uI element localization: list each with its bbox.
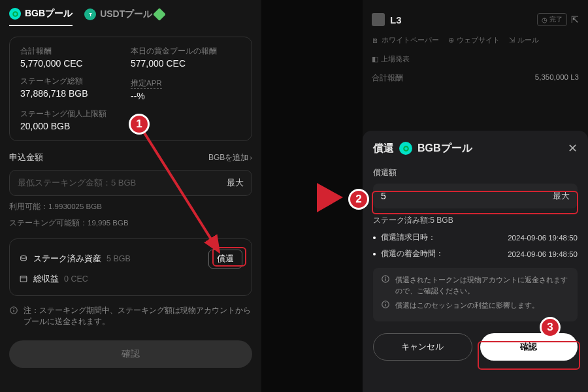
listing-link[interactable]: ◧上場発表 bbox=[372, 54, 410, 64]
apply-title: 申込金額 bbox=[9, 152, 43, 163]
bullet-icon bbox=[373, 253, 376, 255]
ru-stat-label: 合計報酬 bbox=[372, 73, 403, 83]
chevron-right-icon: › bbox=[250, 154, 252, 161]
stake-total-value: 37,886,718 BGB bbox=[20, 88, 131, 99]
svg-text:T: T bbox=[89, 12, 92, 18]
status-done-chip: ◷ 完了 bbox=[537, 13, 567, 26]
apr-value: --% bbox=[131, 91, 241, 101]
close-icon[interactable]: ✕ bbox=[568, 141, 578, 155]
calendar-icon bbox=[19, 274, 28, 284]
project-title: L3 bbox=[390, 14, 402, 25]
svg-point-9 bbox=[385, 276, 386, 278]
step-arrow-icon bbox=[314, 180, 346, 216]
redeem-amount-label: 償還額 bbox=[373, 167, 578, 178]
redeem-modal: 償還 BGBプール ✕ 償還額 5 最大 ステーク済み額:5 BGB 償還請求日… bbox=[363, 131, 588, 392]
total-earnings-label: 総収益 bbox=[33, 274, 59, 285]
project-links: 🗎ホワイトペーパー ⊕ウェブサイト ⇲ルール ◧上場発表 bbox=[363, 33, 588, 67]
stake-max-button[interactable]: 最大 bbox=[227, 177, 244, 189]
info-text-2: 償還はこのセッションの利益に影響します。 bbox=[395, 300, 539, 311]
info-icon bbox=[381, 274, 390, 284]
info-icon bbox=[9, 306, 18, 315]
whitepaper-link[interactable]: 🗎ホワイトペーパー bbox=[372, 35, 439, 45]
tab-usdt-label: USDTプール bbox=[100, 8, 152, 20]
request-time-value: 2024-09-06 19:48:50 bbox=[508, 234, 578, 242]
bgb-icon bbox=[399, 142, 412, 155]
bgb-icon bbox=[9, 8, 21, 20]
clock-icon: ◷ bbox=[542, 16, 547, 24]
redeem-button[interactable]: 償還 bbox=[208, 250, 242, 269]
svg-point-1 bbox=[21, 255, 27, 258]
website-link[interactable]: ⊕ウェブサイト bbox=[448, 35, 500, 45]
arrival-time-value: 2024-09-06 19:48:50 bbox=[508, 250, 578, 258]
doc-icon: 🗎 bbox=[372, 37, 379, 44]
redeem-amount-input[interactable]: 5 最大 bbox=[373, 184, 578, 208]
svg-point-6 bbox=[13, 308, 14, 309]
confirm-stake-button[interactable]: 確認 bbox=[9, 340, 252, 368]
stake-input-placeholder: 最低ステーキング金額：5 BGB bbox=[18, 177, 136, 189]
info-icon bbox=[381, 300, 390, 309]
tab-bgb-pool[interactable]: BGBプール bbox=[9, 8, 73, 26]
cancel-button[interactable]: キャンセル bbox=[373, 333, 472, 361]
cube-icon bbox=[153, 8, 166, 21]
staked-assets-label: ステーク済み資産 bbox=[33, 253, 101, 265]
globe-icon: ⊕ bbox=[448, 36, 454, 44]
usdt-icon: T bbox=[84, 8, 96, 20]
stake-total-label: ステーキング総額 bbox=[20, 76, 131, 86]
note-text: 注：ステーキング期間中、ステーキング額は現物アカウントからプールに送金されます。 bbox=[24, 305, 252, 328]
ru-stat-value: 5,350,000 L3 bbox=[535, 73, 579, 83]
redeem-amount-value: 5 bbox=[381, 191, 386, 201]
stake-amount-input[interactable]: 最低ステーキング金額：5 BGB 最大 bbox=[9, 170, 252, 196]
add-bgb-label: BGBを追加 bbox=[208, 152, 248, 163]
svg-rect-2 bbox=[20, 276, 27, 282]
tab-bgb-label: BGBプール bbox=[25, 8, 73, 20]
project-icon bbox=[372, 13, 385, 26]
pool-tabs: BGBプール T USDTプール bbox=[9, 7, 252, 33]
tab-usdt-pool[interactable]: T USDTプール bbox=[84, 8, 164, 25]
add-bgb-link[interactable]: BGBを追加 › bbox=[208, 152, 252, 163]
annotation-badge-1: 1 bbox=[129, 114, 150, 135]
link-icon: ⇲ bbox=[509, 36, 515, 44]
megaphone-icon: ◧ bbox=[372, 55, 378, 63]
today-reward-label: 本日の賞金プールの報酬 bbox=[131, 46, 241, 56]
info-text-1: 償還されたトークンは現物アカウントに返金されますので、ご確認ください。 bbox=[395, 274, 570, 296]
svg-point-12 bbox=[385, 302, 386, 303]
modal-pool-name: BGBプール bbox=[417, 142, 472, 155]
personal-cap-label: ステーキング個人上限額 bbox=[20, 109, 131, 119]
done-label: 完了 bbox=[549, 15, 563, 24]
confirm-redeem-button[interactable]: 確認 bbox=[480, 333, 578, 361]
stakeable-amount: ステーキング可能額：19,995 BGB bbox=[9, 218, 252, 229]
modal-title-prefix: 償還 bbox=[373, 142, 394, 155]
apply-section: 申込金額 BGBを追加 › bbox=[9, 152, 252, 163]
svg-marker-15 bbox=[317, 183, 343, 212]
apr-label: 推定APR bbox=[131, 78, 162, 89]
today-reward-value: 577,000 CEC bbox=[131, 58, 241, 69]
redeem-max-button[interactable]: 最大 bbox=[553, 190, 570, 202]
arrival-time-label: 償還の着金時間： bbox=[381, 250, 444, 257]
redeem-info-box: 償還されたトークンは現物アカウントに返金されますので、ご確認ください。 償還はこ… bbox=[373, 268, 578, 321]
coins-icon bbox=[19, 254, 28, 263]
total-earnings-value: 0 CEC bbox=[64, 274, 88, 284]
share-icon[interactable]: ⇱ bbox=[571, 14, 579, 25]
annotation-badge-2: 2 bbox=[348, 189, 369, 210]
available-balance: 利用可能：1.9930025 BGB bbox=[9, 201, 252, 212]
request-time-label: 償還請求日時： bbox=[381, 233, 436, 241]
total-reward-label: 合計報酬 bbox=[20, 46, 131, 56]
staking-note: 注：ステーキング期間中、ステーキング額は現物アカウントからプールに送金されます。 bbox=[9, 305, 252, 328]
personal-cap-value: 20,000 BGB bbox=[20, 121, 131, 131]
staking-panel: BGBプール T USDTプール 合計報酬 5,770,000 CEC 本日の賞… bbox=[0, 0, 261, 392]
rules-link[interactable]: ⇲ルール bbox=[509, 35, 539, 45]
bullet-icon bbox=[373, 237, 376, 239]
staked-card: ステーク済み資産 5 BGB 償還 総収益 0 CEC bbox=[9, 238, 252, 296]
annotation-badge-3: 3 bbox=[540, 317, 561, 338]
staked-assets-value: 5 BGB bbox=[106, 254, 131, 263]
staked-amount-line: ステーク済み額:5 BGB bbox=[373, 215, 578, 226]
total-reward-value: 5,770,000 CEC bbox=[20, 58, 131, 69]
